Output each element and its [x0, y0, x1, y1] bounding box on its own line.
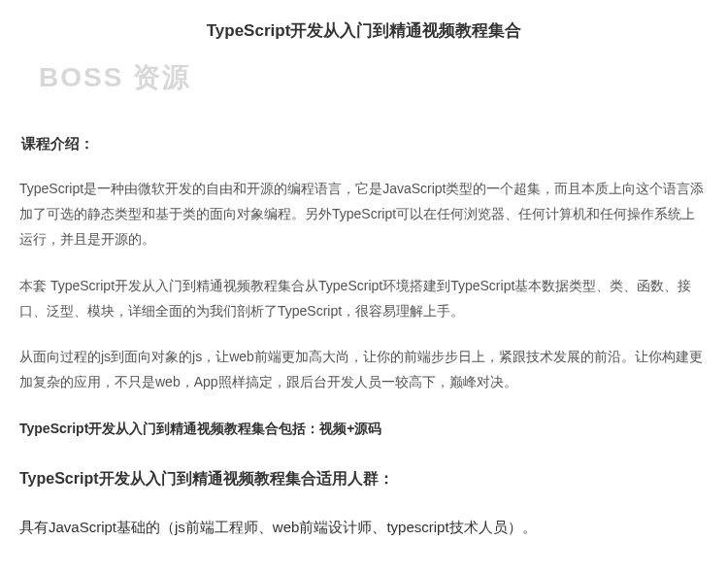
includes-line: TypeScript开发从入门到精通视频教程集合包括：视频+源码	[19, 417, 709, 442]
intro-paragraph-3: 从面向过程的js到面向对象的js，让web前端更加高大尚，让你的前端步步日上，紧…	[19, 345, 709, 395]
intro-heading: 课程介绍：	[21, 135, 709, 153]
page-title: TypeScript开发从入门到精通视频教程集合	[19, 19, 709, 42]
watermark-logo: BOSS 资源	[39, 59, 709, 96]
intro-paragraph-2: 本套 TypeScript开发从入门到精通视频教程集合从TypeScript环境…	[19, 274, 709, 324]
audience-text: 具有JavaScript基础的（js前端工程师、web前端设计师、typescr…	[19, 515, 709, 540]
audience-heading: TypeScript开发从入门到精通视频教程集合适用人群：	[19, 469, 709, 490]
intro-paragraph-1: TypeScript是一种由微软开发的自由和开源的编程语言，它是JavaScri…	[19, 177, 709, 253]
